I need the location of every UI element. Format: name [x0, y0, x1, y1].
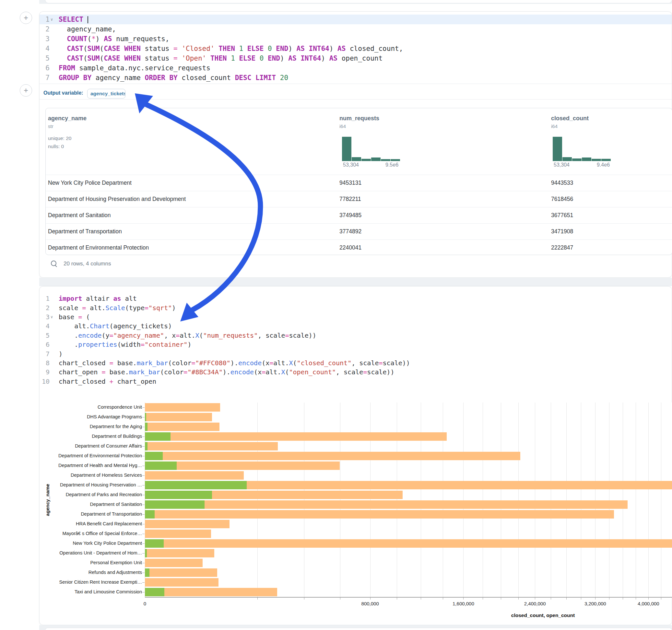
- search-icon[interactable]: [51, 260, 58, 267]
- bar-closed-count[interactable]: [145, 549, 214, 557]
- line-number: 6: [43, 64, 50, 72]
- divider: [40, 83, 672, 84]
- y-axis-tick: [142, 437, 145, 437]
- previous-cell-edge: [45, 0, 672, 3]
- bar-closed-count[interactable]: [145, 510, 614, 518]
- bar-open-count[interactable]: [145, 481, 247, 489]
- code-line[interactable]: 4 CAST(SUM(CASE WHEN status = 'Closed' T…: [40, 44, 672, 53]
- column-type: str: [48, 123, 53, 129]
- bar-closed-count[interactable]: [145, 422, 219, 431]
- y-axis-label: Department of Sanitation: [45, 502, 142, 507]
- bar-open-count[interactable]: [145, 442, 147, 451]
- bar-open-count[interactable]: [145, 432, 170, 441]
- histogram-bar: [371, 158, 381, 161]
- bar-closed-count[interactable]: [145, 500, 628, 509]
- column-type: i64: [339, 123, 346, 129]
- bar-closed-count[interactable]: [145, 403, 220, 412]
- bar-closed-count[interactable]: [145, 452, 520, 460]
- bar-open-count[interactable]: [145, 422, 147, 431]
- bar-open-count[interactable]: [145, 452, 163, 460]
- line-number: 2: [43, 25, 50, 33]
- sql-code-editor[interactable]: 1∨SELECT 2 agency_name,3 COUNT(*) AS num…: [40, 15, 672, 83]
- x-axis-tick: [595, 598, 596, 600]
- bar-closed-count[interactable]: [145, 588, 277, 596]
- y-axis-tick: [142, 514, 145, 515]
- fold-chevron-icon[interactable]: ∨: [51, 17, 55, 22]
- table-cell: 3749485: [339, 208, 361, 223]
- code-line[interactable]: 3 COUNT(*) AS num_requests,: [40, 34, 672, 44]
- column-header-agency-name: agency_name: [48, 115, 87, 122]
- bar-closed-count[interactable]: [145, 520, 230, 528]
- table-cell: New York City Police Department: [48, 175, 131, 191]
- gridline: [443, 403, 443, 597]
- chart-plot-area: [145, 403, 672, 597]
- bar-open-count[interactable]: [145, 510, 154, 518]
- add-cell-button-middle[interactable]: +: [20, 84, 32, 97]
- bar-open-count[interactable]: [145, 500, 205, 509]
- gridline: [566, 403, 567, 597]
- bar-closed-count[interactable]: [145, 539, 672, 548]
- gridline: [623, 403, 623, 597]
- y-axis-tick: [142, 592, 145, 592]
- code-text: GROUP BY agency_name ORDER BY closed_cou…: [56, 74, 288, 82]
- x-axis-tick: [463, 598, 463, 600]
- code-line[interactable]: 2 agency_name,: [40, 24, 672, 34]
- add-cell-button-top[interactable]: +: [20, 12, 32, 24]
- y-axis-tick: [142, 466, 145, 466]
- table-cell: 9443533: [551, 175, 573, 191]
- code-text: CAST(SUM(CASE WHEN status = 'Closed' THE…: [56, 45, 403, 52]
- column-type: i64: [551, 123, 557, 129]
- y-axis-tick: [142, 534, 145, 534]
- x-axis-label: 1,600,000: [453, 601, 474, 606]
- code-text: SELECT: [56, 16, 88, 23]
- gridline: [661, 403, 661, 597]
- output-variable-input[interactable]: agency_tickets: [87, 89, 125, 98]
- x-axis-tick: [257, 598, 258, 600]
- bar-open-count[interactable]: [145, 413, 146, 421]
- x-axis-tick: [609, 598, 609, 600]
- table-row: Department of Sanitation37494853677651: [46, 207, 672, 223]
- x-axis-label: 2,400,000: [524, 601, 546, 606]
- gridline: [636, 403, 636, 597]
- y-axis-label: Senior Citizen Rent Increase Exempti…: [45, 579, 142, 585]
- table-cell: 9453131: [339, 175, 361, 191]
- y-axis-tick: [142, 427, 145, 427]
- bar-closed-count[interactable]: [145, 413, 212, 421]
- bar-closed-count[interactable]: [145, 578, 218, 587]
- bar-open-count[interactable]: [145, 549, 147, 557]
- histogram-bar: [342, 137, 352, 161]
- bar-closed-count[interactable]: [145, 559, 202, 567]
- code-line[interactable]: 5 CAST(SUM(CASE WHEN status = 'Open' THE…: [40, 53, 672, 63]
- x-axis-tick: [397, 598, 397, 600]
- y-axis-tick: [142, 485, 145, 485]
- bar-closed-count[interactable]: [145, 432, 447, 441]
- bar-open-count[interactable]: [145, 568, 149, 577]
- y-axis-label: Department of Parks and Recreation: [45, 492, 142, 497]
- histogram-max-label: 9.4e6: [597, 162, 610, 168]
- code-text: FROM sample_data.nyc.service_requests: [56, 64, 210, 72]
- bar-closed-count[interactable]: [145, 471, 244, 480]
- code-line[interactable]: 6FROM sample_data.nyc.service_requests: [40, 63, 672, 73]
- x-axis-tick: [566, 598, 567, 600]
- x-axis-tick: [483, 598, 483, 600]
- y-axis-label: New York City Police Department: [45, 540, 142, 546]
- code-line[interactable]: 1∨SELECT: [40, 15, 672, 24]
- y-axis-tick: [142, 543, 145, 544]
- y-axis-label: HRA Benefit Card Replacement: [45, 521, 142, 526]
- bar-closed-count[interactable]: [145, 530, 211, 538]
- table-row: Department of Environmental Protection22…: [46, 240, 672, 255]
- bar-open-count[interactable]: [145, 461, 177, 470]
- bar-open-count[interactable]: [145, 588, 164, 596]
- x-axis-tick: [518, 598, 519, 600]
- code-line[interactable]: 7GROUP BY agency_name ORDER BY closed_co…: [40, 73, 672, 83]
- y-axis-label: Department of Health and Mental Hyg…: [45, 463, 142, 468]
- bar-open-count[interactable]: [145, 491, 212, 499]
- chart-x-axis-line: [145, 597, 672, 598]
- bar-closed-count[interactable]: [145, 442, 278, 451]
- gridline: [370, 403, 370, 597]
- x-axis-label: 3,200,000: [584, 601, 606, 606]
- bar-open-count[interactable]: [145, 539, 164, 548]
- bar-closed-count[interactable]: [145, 568, 217, 577]
- x-axis-tick: [623, 598, 623, 600]
- gridline: [463, 403, 463, 597]
